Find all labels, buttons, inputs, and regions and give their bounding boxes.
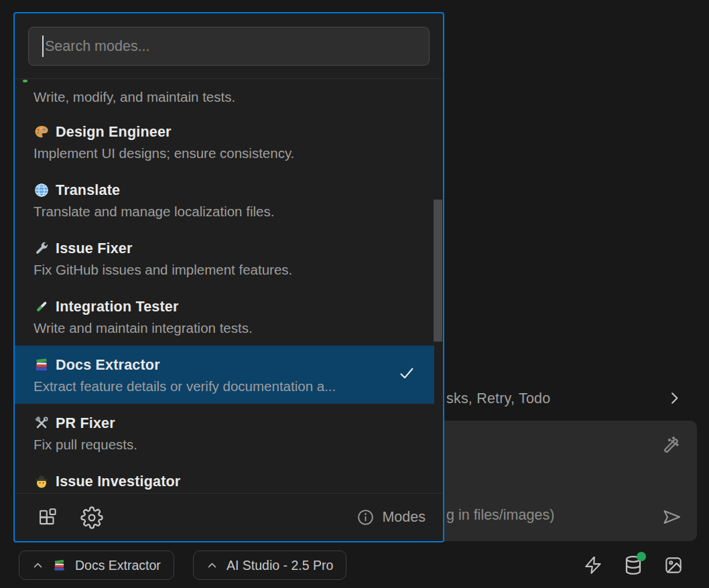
- mode-name: PR Fixer: [56, 415, 115, 432]
- chevron-right-icon[interactable]: [665, 389, 684, 407]
- mode-description: Fix GitHub issues and implement features…: [34, 260, 443, 280]
- status-badge: [637, 552, 646, 561]
- chat-input-placeholder: g in files/images): [446, 507, 554, 524]
- mode-selector-label: Docs Extractor: [75, 558, 161, 573]
- bottom-bar: Docs Extractor AI Studio - 2.5 Pro: [0, 542, 709, 588]
- palette-icon: [34, 124, 50, 140]
- mode-head: Docs Extractor: [34, 355, 434, 375]
- mode-item-design-engineer[interactable]: Design Engineer Implement UI designs; en…: [15, 113, 443, 171]
- gear-icon[interactable]: [80, 506, 103, 529]
- info-icon[interactable]: [357, 508, 375, 526]
- mode-name: Translate: [56, 182, 120, 199]
- clipped-emoji-sliver: [23, 80, 27, 82]
- globe-icon: [34, 182, 50, 198]
- mode-head: PR Fixer: [34, 413, 443, 433]
- mode-name: Docs Extractor: [56, 357, 160, 374]
- detective-icon: [34, 473, 50, 490]
- footer-left-icons: [36, 506, 103, 529]
- mode-head: Design Engineer: [34, 122, 443, 142]
- mode-item-docs-extractor[interactable]: Docs Extractor Extract feature details o…: [15, 346, 434, 404]
- test-tube-icon: [34, 299, 50, 315]
- database-button[interactable]: [623, 555, 644, 576]
- popup-footer: Modes: [15, 493, 443, 541]
- marketplace-icon[interactable]: [36, 506, 59, 529]
- task-header-row[interactable]: sks, Retry, Todo: [446, 387, 701, 410]
- mode-item-issue-investigator[interactable]: Issue Investigator: [15, 462, 443, 492]
- image-icon[interactable]: [663, 555, 684, 575]
- scrollbar-thumb[interactable]: [434, 200, 442, 342]
- books-icon: [52, 559, 66, 573]
- mode-list: Write, modify, and maintain tests. Desig…: [15, 78, 443, 492]
- modes-label: Modes: [382, 509, 426, 526]
- wrench-icon: [34, 240, 50, 256]
- mode-description: Fix pull requests.: [34, 435, 443, 455]
- modes-info-group[interactable]: Modes: [357, 508, 426, 526]
- mode-head: Issue Fixer: [34, 238, 443, 259]
- lightning-icon[interactable]: [583, 555, 603, 575]
- mode-item-partial[interactable]: Write, modify, and maintain tests.: [15, 79, 443, 113]
- chat-input-box[interactable]: g in files/images): [429, 421, 697, 541]
- books-icon: [34, 357, 50, 373]
- mode-description: Extract feature details or verify docume…: [34, 376, 434, 396]
- mode-item-translate[interactable]: Translate Translate and manage localizat…: [15, 171, 443, 229]
- hammer-wrench-icon: [34, 415, 50, 431]
- mode-item-pr-fixer[interactable]: PR Fixer Fix pull requests.: [15, 404, 443, 462]
- search-field-wrap: [28, 27, 430, 66]
- chevron-up-icon: [206, 560, 218, 571]
- checkmark-icon: [398, 364, 415, 382]
- mode-name: Design Engineer: [56, 124, 172, 141]
- model-selector-label: AI Studio - 2.5 Pro: [227, 558, 333, 573]
- text-caret: [42, 35, 44, 57]
- bottom-bar-icons: [583, 549, 684, 581]
- magic-wand-icon[interactable]: [659, 434, 681, 455]
- model-selector-button[interactable]: AI Studio - 2.5 Pro: [193, 550, 346, 580]
- mode-description: Translate and manage localization files.: [34, 202, 443, 222]
- mode-name: Integration Tester: [56, 299, 179, 315]
- mode-description: Implement UI designs; ensure consistency…: [34, 143, 443, 163]
- task-header-text: sks, Retry, Todo: [446, 390, 550, 407]
- mode-head: Issue Investigator: [34, 471, 443, 492]
- mode-name: Issue Fixer: [56, 240, 133, 257]
- mode-name: Issue Investigator: [56, 473, 180, 490]
- mode-description: Write, modify, and maintain tests.: [34, 87, 443, 107]
- chevron-up-icon: [32, 560, 44, 571]
- mode-selector-button[interactable]: Docs Extractor: [19, 550, 174, 580]
- mode-item-integration-tester[interactable]: Integration Tester Write and maintain in…: [15, 287, 443, 346]
- send-icon[interactable]: [661, 506, 682, 528]
- mode-head: Integration Tester: [34, 297, 443, 317]
- search-input[interactable]: [28, 27, 430, 66]
- mode-head: Translate: [34, 180, 443, 200]
- mode-selector-popup: Write, modify, and maintain tests. Desig…: [13, 12, 444, 542]
- mode-item-issue-fixer[interactable]: Issue Fixer Fix GitHub issues and implem…: [15, 229, 443, 287]
- mode-description: Write and maintain integration tests.: [34, 318, 443, 338]
